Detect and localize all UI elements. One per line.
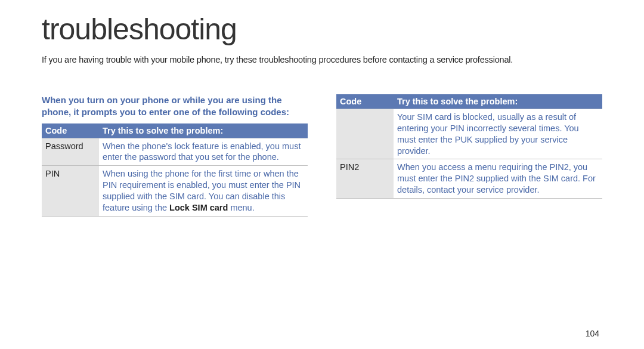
table-header-code: Code [336, 94, 394, 109]
codes-table-left: Code Try this to solve the problem: Pass… [42, 123, 308, 217]
code-cell: PIN2 [336, 159, 394, 199]
codes-table-right: Code Try this to solve the problem: Your… [336, 94, 602, 199]
right-column: Code Try this to solve the problem: Your… [336, 94, 602, 217]
code-cell: Password [42, 138, 99, 166]
desc-cell: When using the phone for the first time … [99, 166, 308, 216]
intro-text: If you are having trouble with your mobi… [42, 55, 602, 64]
table-header-code: Code [42, 123, 99, 138]
desc-cell: When you access a menu requiring the PIN… [394, 159, 602, 199]
section-heading: When you turn on your phone or while you… [42, 94, 308, 119]
page-number: 104 [586, 329, 599, 338]
desc-emph: Lock SIM card [169, 203, 228, 212]
desc-text: menu. [228, 203, 254, 212]
table-row: PIN When using the phone for the first t… [42, 166, 308, 216]
table-row: Password When the phone's lock feature i… [42, 138, 308, 166]
table-row: PIN2 When you access a menu requiring th… [336, 159, 602, 199]
page-title: troubleshooting [42, 12, 602, 47]
content-columns: When you turn on your phone or while you… [42, 94, 602, 217]
left-column: When you turn on your phone or while you… [42, 94, 308, 217]
desc-cell: When the phone's lock feature is enabled… [99, 138, 308, 166]
desc-cell: Your SIM card is blocked, usually as a r… [394, 109, 602, 159]
table-header-try: Try this to solve the problem: [394, 94, 602, 109]
table-header-try: Try this to solve the problem: [99, 123, 308, 138]
code-cell [336, 109, 394, 159]
code-cell: PIN [42, 166, 99, 216]
table-row: Your SIM card is blocked, usually as a r… [336, 109, 602, 159]
